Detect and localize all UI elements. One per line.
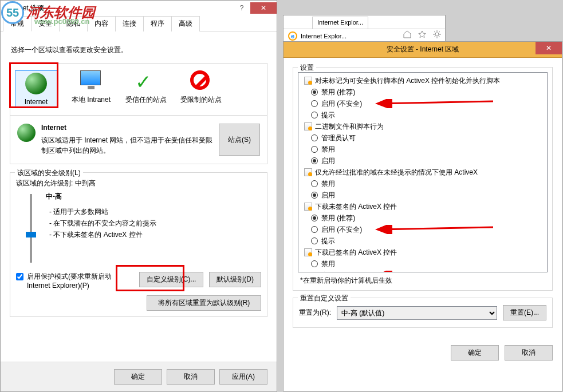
sites-button[interactable]: 站点(S) bbox=[219, 124, 260, 156]
reset-to-label: 重置为(R): bbox=[299, 308, 331, 318]
zone-restricted[interactable]: 受限制的站点 bbox=[180, 70, 222, 108]
star-icon[interactable] bbox=[418, 30, 427, 39]
radio-icon[interactable] bbox=[311, 237, 318, 244]
tree-option[interactable]: 启用 bbox=[300, 155, 546, 167]
tree-option[interactable]: 禁用 bbox=[300, 258, 546, 270]
tree-item-label: 下载未签名的 ActiveX 控件 bbox=[315, 201, 397, 212]
zone-trusted[interactable]: ✓ 受信任的站点 bbox=[125, 70, 167, 108]
radio-icon[interactable] bbox=[311, 272, 318, 272]
tree-option[interactable]: 管理员认可 bbox=[300, 132, 546, 144]
ie-addr: Internet Explor... bbox=[301, 33, 347, 39]
tree-item-label: 提示 bbox=[321, 110, 335, 120]
tree-item-label: 管理员认可 bbox=[321, 133, 356, 143]
svg-point-0 bbox=[435, 33, 439, 36]
default-level-button[interactable]: 默认级别(D) bbox=[209, 272, 261, 287]
radio-icon[interactable] bbox=[311, 215, 318, 221]
restart-note: *在重新启动你的计算机后生效 bbox=[300, 276, 548, 286]
settings-tree[interactable]: 对未标记为可安全执行脚本的 ActiveX 控件初始化并执行脚本禁用 (推荐)启… bbox=[298, 72, 548, 272]
script-icon bbox=[304, 203, 312, 211]
radio-icon[interactable] bbox=[311, 146, 318, 153]
gear-icon[interactable] bbox=[432, 30, 442, 39]
highlight-box-zone bbox=[9, 62, 58, 108]
script-icon bbox=[304, 77, 312, 85]
script-icon bbox=[304, 248, 312, 256]
security-cancel-button[interactable]: 取消 bbox=[505, 345, 553, 361]
tab-advanced[interactable]: 高级 bbox=[171, 16, 200, 31]
security-slider[interactable] bbox=[23, 192, 39, 266]
tab-connections[interactable]: 连接 bbox=[115, 16, 144, 31]
slider-thumb[interactable] bbox=[26, 232, 36, 237]
ie-tab[interactable]: Internet Explor... bbox=[312, 17, 368, 29]
tree-option[interactable]: 启用 (不安全) bbox=[300, 98, 546, 109]
radio-icon[interactable] bbox=[311, 112, 318, 118]
reset-all-zones-button[interactable]: 将所有区域重置为默认级别(R) bbox=[147, 295, 261, 311]
watermark-url: www.pc0359.cn bbox=[34, 17, 89, 26]
level-bullet-3: - 不下载未签名的 ActiveX 控件 bbox=[49, 229, 156, 240]
radio-icon[interactable] bbox=[311, 134, 318, 141]
reset-group-label: 重置自定义设置 bbox=[298, 294, 351, 303]
level-bullet-2: - 在下载潜在的不安全内容之前提示 bbox=[49, 217, 156, 229]
tree-item-label: 对未标记为可安全执行脚本的 ActiveX 控件初始化并执行脚本 bbox=[315, 76, 500, 86]
level-bullet-1: - 适用于大多数网站 bbox=[49, 206, 156, 217]
tree-option[interactable]: 启用 bbox=[300, 189, 546, 201]
zone-hint: 选择一个区域以查看或更改安全设置。 bbox=[11, 45, 267, 55]
protected-mode-label: 启用保护模式(要求重新启动 Internet Explorer)(P) bbox=[27, 272, 119, 290]
tree-option[interactable]: 禁用 (推荐) bbox=[300, 212, 546, 224]
radio-icon[interactable] bbox=[311, 192, 318, 199]
ie-toolbar-icons bbox=[403, 30, 442, 39]
radio-icon[interactable] bbox=[311, 89, 318, 96]
cancel-button[interactable]: 取消 bbox=[167, 369, 215, 385]
security-ok-button[interactable]: 确定 bbox=[451, 345, 499, 361]
level-name: 中-高 bbox=[46, 192, 156, 201]
tree-option[interactable]: 启用 (不安全) bbox=[300, 270, 546, 272]
zone-desc: 该区域适用于 Internet 网站，但不适用于在受信任和受限制区域中列出的网站… bbox=[41, 135, 213, 156]
script-icon bbox=[304, 122, 312, 130]
tree-option[interactable]: 启用 (不安全) bbox=[300, 224, 546, 235]
radio-icon[interactable] bbox=[311, 180, 318, 187]
tree-option[interactable]: 禁用 bbox=[300, 144, 546, 155]
tree-heading: 下载已签名的 ActiveX 控件 bbox=[300, 247, 546, 258]
globe-icon-small bbox=[17, 124, 36, 142]
deny-icon bbox=[190, 70, 210, 90]
tree-option[interactable]: 提示 bbox=[300, 109, 546, 121]
tree-item-label: 二进制文件和脚本行为 bbox=[315, 121, 384, 132]
close-button[interactable]: ✕ bbox=[250, 2, 277, 14]
tree-item-label: 禁用 bbox=[321, 259, 335, 269]
tree-item-label: 启用 (不安全) bbox=[321, 98, 362, 109]
reset-level-select[interactable]: 中-高 (默认值) bbox=[337, 306, 497, 320]
tree-item-label: 提示 bbox=[321, 236, 335, 246]
ok-button[interactable]: 确定 bbox=[114, 369, 162, 385]
tree-item-label: 启用 bbox=[321, 190, 335, 200]
tree-item-label: 启用 (不安全) bbox=[321, 270, 362, 272]
apply-button[interactable]: 应用(A) bbox=[219, 369, 267, 385]
script-icon bbox=[304, 168, 312, 176]
security-dialog-titlebar: 安全设置 - Internet 区域 ✕ bbox=[284, 42, 562, 58]
tab-programs[interactable]: 程序 bbox=[143, 16, 172, 31]
radio-icon[interactable] bbox=[311, 157, 318, 164]
tree-heading: 对未标记为可安全执行脚本的 ActiveX 控件初始化并执行脚本 bbox=[300, 75, 546, 86]
protected-mode-checkbox[interactable] bbox=[16, 273, 23, 280]
tree-option[interactable]: 禁用 (推荐) bbox=[300, 86, 546, 98]
radio-icon[interactable] bbox=[311, 100, 318, 107]
radio-icon[interactable] bbox=[311, 226, 318, 233]
tree-option[interactable]: 禁用 bbox=[300, 178, 546, 189]
security-settings-dialog: 安全设置 - Internet 区域 ✕ 设置 对未标记为可安全执行脚本的 Ac… bbox=[283, 41, 562, 391]
tree-item-label: 启用 (不安全) bbox=[321, 224, 362, 235]
check-icon: ✓ bbox=[135, 70, 157, 92]
zone-name: Internet bbox=[41, 124, 213, 132]
help-button[interactable]: ? bbox=[233, 2, 250, 14]
home-icon[interactable] bbox=[403, 30, 412, 39]
ie-icon: e bbox=[288, 31, 297, 41]
tree-item-label: 禁用 bbox=[321, 179, 335, 189]
highlight-box-custom bbox=[116, 265, 184, 291]
allowed-levels: 该区域的允许级别: 中到高 bbox=[16, 179, 261, 188]
reset-button[interactable]: 重置(E)... bbox=[503, 305, 546, 320]
zone-intranet[interactable]: 本地 Intranet bbox=[70, 70, 112, 108]
security-close-button[interactable]: ✕ bbox=[536, 42, 562, 54]
settings-label: 设置 bbox=[298, 63, 316, 73]
tree-option[interactable]: 提示 bbox=[300, 235, 546, 247]
tree-item-label: 下载已签名的 ActiveX 控件 bbox=[315, 247, 397, 258]
watermark-logo: 55 bbox=[1, 1, 24, 24]
tree-heading: 仅允许经过批准的域在未经提示的情况下使用 ActiveX bbox=[300, 167, 546, 178]
radio-icon[interactable] bbox=[311, 260, 318, 267]
